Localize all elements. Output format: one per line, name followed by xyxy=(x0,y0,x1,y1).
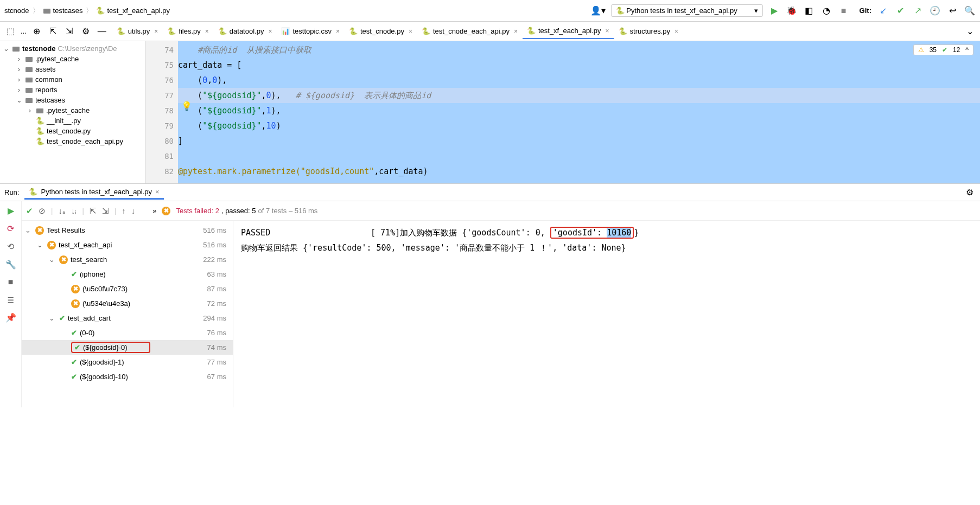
git-update-button[interactable]: ↙ xyxy=(877,5,889,17)
select-opened-file-button[interactable]: ⬚ xyxy=(4,25,16,37)
pin-button[interactable]: 📌 xyxy=(5,312,16,323)
close-icon[interactable]: × xyxy=(409,28,412,35)
collapse-all-button[interactable]: ⇲ xyxy=(63,25,75,37)
test-tree-item[interactable]: ✔(${goodsid}-1)77 ms xyxy=(22,355,233,369)
tree-item[interactable]: 🐍test_cnode.py xyxy=(0,126,145,136)
test-tree-item[interactable]: ✖(\u5c0f\u7c73)87 ms xyxy=(22,282,233,296)
tree-item[interactable]: ›reports xyxy=(0,85,145,95)
editor-tab[interactable]: 🐍utils.py× xyxy=(112,24,163,39)
tree-item[interactable]: ›common xyxy=(0,74,145,85)
breadcrumb-item[interactable]: testcases xyxy=(43,7,83,15)
tree-item[interactable]: 🐍test_cnode_each_api.py xyxy=(0,136,145,146)
code-line[interactable]: cart_data = [ xyxy=(178,57,980,73)
rerun-failed-button[interactable]: ⟳ xyxy=(7,223,14,234)
test-tree-item[interactable]: ✔(${goodsid}-0)74 ms xyxy=(22,340,233,355)
editor-tab[interactable]: 🐍files.py× xyxy=(163,24,213,39)
search-everywhere-button[interactable]: 🔍 xyxy=(964,5,976,17)
stop-button[interactable]: ■ xyxy=(8,277,14,287)
tree-item[interactable]: ⌄testcases xyxy=(0,95,145,105)
collapse-all-button[interactable]: ⇲ xyxy=(102,206,109,216)
test-tree-item[interactable]: ⌄✔test_add_cart294 ms xyxy=(22,311,233,325)
tree-item[interactable]: ›assets xyxy=(0,64,145,74)
inspections-widget[interactable]: ⚠ 35 ✔ 12 ^ xyxy=(913,44,973,55)
stop-button[interactable]: ■ xyxy=(838,5,850,17)
add-button[interactable]: ⊕ xyxy=(31,25,43,37)
git-history-button[interactable]: 🕘 xyxy=(929,5,941,17)
rerun-button[interactable]: ▶ xyxy=(8,206,14,216)
git-rollback-button[interactable]: ↩ xyxy=(946,5,958,17)
tree-item[interactable]: ›.pytest_cache xyxy=(0,105,145,116)
test-tree-item[interactable]: ✖(\u534e\u4e3a)72 ms xyxy=(22,296,233,311)
prev-failed-button[interactable]: ↑ xyxy=(122,206,126,215)
editor-tab[interactable]: 🐍test_xf_each_api.py× xyxy=(523,23,614,39)
code-line[interactable]: @pytest.mark.parametrize("goodsId,count"… xyxy=(178,164,980,179)
code-line[interactable]: ("${goodsid}",1), xyxy=(178,103,980,118)
sort-button[interactable]: ↓ₐ xyxy=(58,206,66,216)
hide-button[interactable]: — xyxy=(96,25,108,37)
test-tree-item[interactable]: ⌄✖test_search222 ms xyxy=(22,252,233,267)
expand-icon[interactable]: › xyxy=(15,55,23,63)
project-tree[interactable]: ⌄ testcnode C:\Users\zengy\De ›.pytest_c… xyxy=(0,41,145,183)
test-tree-item[interactable]: ✔(iphone)63 ms xyxy=(22,267,233,282)
run-button[interactable]: ▶ xyxy=(768,5,780,17)
breadcrumb-item[interactable]: 🐍test_xf_each_api.py xyxy=(96,7,170,15)
close-icon[interactable]: × xyxy=(205,28,209,35)
breadcrumb-item[interactable]: stcnode xyxy=(4,7,29,15)
expand-icon[interactable]: ⌄ xyxy=(15,96,23,104)
show-passed-button[interactable]: ✔ xyxy=(26,206,33,216)
tree-item[interactable]: ›.pytest_cache xyxy=(0,54,145,64)
close-icon[interactable]: × xyxy=(674,28,678,35)
expand-icon[interactable]: › xyxy=(15,86,23,94)
code-line[interactable]: ] xyxy=(178,133,980,149)
editor-tab[interactable]: 🐍test_cnode_each_api.py× xyxy=(417,24,523,39)
tabs-dropdown-button[interactable]: ⌄ xyxy=(964,25,976,37)
intention-bulb-icon[interactable]: 💡 xyxy=(181,101,192,111)
close-icon[interactable]: × xyxy=(606,27,609,35)
code-line[interactable]: #商品的id 从搜索接口中获取 xyxy=(178,42,980,57)
expand-icon[interactable]: › xyxy=(15,75,23,84)
profile-button[interactable]: ◔ xyxy=(820,5,832,17)
editor-tab[interactable]: 🐍test_cnode.py× xyxy=(345,24,417,39)
expand-all-button[interactable]: ⇱ xyxy=(90,206,97,216)
code-line[interactable] xyxy=(178,149,980,164)
git-commit-button[interactable]: ✔ xyxy=(894,5,906,17)
test-tree-item[interactable]: ⌄✖test_xf_each_api516 ms xyxy=(22,238,233,252)
run-settings-button[interactable]: ⚙ xyxy=(964,187,976,199)
editor-tab[interactable]: 🐍structures.py× xyxy=(614,24,683,39)
run-configuration-dropdown[interactable]: 🐍 Python tests in test_xf_each_api.py ▾ xyxy=(611,4,763,17)
tree-item[interactable]: 🐍__init__.py xyxy=(0,116,145,126)
chevron-down-icon[interactable]: ⌄ xyxy=(49,314,56,322)
chevron-down-icon[interactable]: ⌄ xyxy=(37,241,44,249)
editor-tab[interactable]: 🐍datatool.py× xyxy=(214,24,277,39)
user-icon[interactable]: 👤▾ xyxy=(590,5,606,16)
test-tree-item[interactable]: ✔(0-0)76 ms xyxy=(22,325,233,340)
expand-icon[interactable]: › xyxy=(26,106,34,114)
test-tree-item[interactable]: ✔(${goodsid}-10)67 ms xyxy=(22,369,233,384)
code-line[interactable]: ("${goodsid}",0), # ${goodsid} 表示具体的商品id xyxy=(178,88,980,103)
test-console[interactable]: PASSED [ 71%]加入购物车数据 {'goodsCount': 0, '… xyxy=(233,221,980,407)
toolbar-more[interactable]: ... xyxy=(21,27,27,35)
close-icon[interactable]: × xyxy=(514,28,518,35)
expand-all-button[interactable]: ⇱ xyxy=(47,25,59,37)
editor-tab[interactable]: 📊testtopic.csv× xyxy=(277,24,345,39)
test-tree-item[interactable]: ⌄✖Test Results516 ms xyxy=(22,223,233,238)
debug-button[interactable]: 🐞 xyxy=(786,5,798,17)
run-tab[interactable]: 🐍 Python tests in test_xf_each_api.py × xyxy=(24,186,163,200)
wrench-button[interactable]: 🔧 xyxy=(5,259,16,270)
settings-button[interactable]: ⚙ xyxy=(80,25,92,37)
test-tree[interactable]: ⌄✖Test Results516 ms⌄✖test_xf_each_api51… xyxy=(22,221,233,407)
next-failed-button[interactable]: ↓ xyxy=(131,206,136,215)
code-line[interactable]: (0,0), xyxy=(178,73,980,88)
close-icon[interactable]: × xyxy=(154,28,158,35)
code-line[interactable]: ("${goodsid}",10) xyxy=(178,118,980,133)
sort-button-2[interactable]: ↓ᵢ xyxy=(71,206,77,216)
editor-code[interactable]: #商品的id 从搜索接口中获取cart_data = [ (0,0), ("${… xyxy=(178,41,980,183)
code-editor[interactable]: 747576777879808182 #商品的id 从搜索接口中获取cart_d… xyxy=(145,41,980,183)
close-icon[interactable]: × xyxy=(336,28,340,35)
tree-root[interactable]: ⌄ testcnode C:\Users\zengy\De xyxy=(0,43,145,54)
close-icon[interactable]: × xyxy=(155,188,160,196)
show-ignored-button[interactable]: ⊘ xyxy=(39,206,46,216)
chevron-down-icon[interactable]: ⌄ xyxy=(2,44,10,53)
toggle-auto-test-button[interactable]: ⟲ xyxy=(7,241,14,252)
chevron-down-icon[interactable]: ⌄ xyxy=(25,226,33,234)
